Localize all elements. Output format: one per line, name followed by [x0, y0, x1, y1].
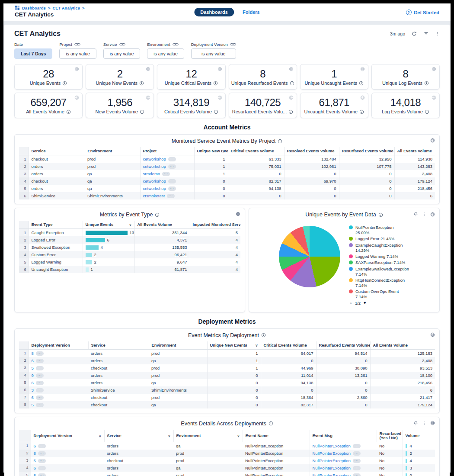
deployment-version-link[interactable]: 6	[32, 395, 34, 400]
table-row[interactable]: 85···checkoutqa082,3170179,124	[19, 401, 435, 408]
info-icon[interactable]	[214, 109, 218, 114]
info-icon[interactable]	[66, 109, 71, 114]
project-link[interactable]: ctsmoketest	[143, 193, 165, 198]
globe-icon[interactable]	[289, 67, 294, 71]
column-header-unique-events[interactable]: ∨Unique Events	[83, 221, 134, 229]
more-pill[interactable]: ···	[168, 187, 176, 191]
column-header-deployment-version[interactable]: ∧Deployment Version	[31, 430, 104, 442]
column-header-all-events-volume[interactable]: All Events Volume	[370, 341, 435, 350]
table-row[interactable]: 35···checkoutprodNullPointerExceptionNul…	[19, 457, 435, 464]
column-header-unique-new-events[interactable]: ∨Unique New Events	[207, 341, 261, 350]
kebab-menu-icon[interactable]	[422, 212, 426, 217]
project-link[interactable]: cetworkshop	[143, 157, 166, 161]
deployment-version-link[interactable]: 5	[34, 458, 36, 463]
table-row[interactable]: 26···ordersqa1003,408	[19, 357, 435, 364]
tab-folders[interactable]: Folders	[243, 10, 260, 15]
event-msg-link[interactable]: NullPointerException	[313, 458, 351, 463]
legend-item-custom-overops-event[interactable]: Custom OverOps Event 7.14%	[349, 289, 417, 299]
deployment-version-link[interactable]: 3	[32, 388, 34, 392]
column-header-unique-new-ever[interactable]: ∨Unique New Ever	[194, 147, 228, 155]
project-link[interactable]: cetworkshop	[143, 186, 166, 191]
kebab-menu-icon[interactable]	[422, 421, 426, 426]
more-pill[interactable]: ···	[353, 466, 361, 470]
column-header-resurfaced-events-volume[interactable]: Resurfaced Events Volume	[316, 341, 370, 350]
more-pill[interactable]: ···	[353, 444, 361, 448]
globe-icon[interactable]	[236, 212, 240, 216]
table-row[interactable]: 2Logged Error64,3714	[19, 236, 240, 244]
deployment-version-link[interactable]: 8	[34, 473, 36, 476]
filter-value-deployment-version[interactable]: is any value	[191, 48, 236, 59]
column-header-service[interactable]: Service	[88, 341, 149, 350]
more-pill[interactable]: ···	[38, 459, 46, 463]
globe-icon[interactable]	[360, 67, 365, 71]
more-pill[interactable]: ···	[353, 451, 361, 456]
globe-icon[interactable]	[360, 95, 365, 100]
column-header-deployment-version[interactable]: Deployment Version	[29, 341, 88, 350]
column-header-all-events-volume[interactable]: All Events Volume	[134, 221, 190, 229]
globe-icon[interactable]	[74, 67, 79, 71]
kebab-menu-icon[interactable]	[435, 31, 440, 36]
table-row[interactable]: 4checkoutqacetworkshop···082,31769,97001…	[19, 177, 435, 185]
table-row[interactable]: 1Caught Exception13351,3445	[19, 229, 240, 237]
more-pill[interactable]: ···	[36, 373, 44, 378]
project-link[interactable]: srmdemo	[143, 171, 160, 176]
globe-icon[interactable]	[430, 332, 435, 337]
deployment-version-link[interactable]: 8	[32, 351, 34, 356]
table-row[interactable]: 56···ordersqa094,1380218,456	[19, 379, 435, 386]
info-icon[interactable]	[290, 81, 294, 86]
more-pill[interactable]: ···	[162, 172, 170, 176]
info-icon[interactable]	[425, 109, 429, 114]
project-link[interactable]: cetworkshop	[143, 179, 166, 183]
table-row[interactable]: 49···ordersprod011,01413,26118,100	[19, 372, 435, 379]
column-header-resurfaced-events-volume[interactable]: Resurfaced Events Volume	[339, 147, 394, 155]
info-icon[interactable]	[424, 81, 429, 86]
get-started-link[interactable]: ? Get Started	[406, 10, 439, 15]
more-pill[interactable]: ···	[168, 179, 176, 183]
table-row[interactable]: 2ordersprodcetworkshop···175,031102,9611…	[19, 163, 435, 170]
more-pill[interactable]: ···	[36, 359, 44, 363]
table-row[interactable]: 76···checkoutprod018,3642,86021,417	[19, 394, 435, 401]
table-row[interactable]: 3Swallowed Exception4135,5534	[19, 244, 240, 251]
globe-icon[interactable]	[217, 95, 222, 100]
globe-icon[interactable]	[289, 95, 294, 100]
bell-icon[interactable]	[413, 421, 418, 426]
column-header-volume[interactable]: Volume	[403, 430, 435, 442]
globe-icon[interactable]	[74, 95, 79, 100]
pager-up-icon[interactable]: ▲	[349, 301, 353, 306]
column-header-resolved-events-volume[interactable]: Resolved Events Volume	[284, 147, 339, 155]
globe-icon[interactable]	[432, 67, 436, 71]
filter-value-environment[interactable]: is any value	[147, 48, 184, 59]
more-pill[interactable]: ···	[353, 459, 361, 463]
globe-icon[interactable]	[146, 67, 150, 71]
table-row[interactable]: 5ordersqacetworkshop···094,13800218,456	[19, 185, 435, 192]
deployment-version-link[interactable]: 5	[32, 366, 34, 370]
table-row[interactable]: 6Uncaught Exception161,8714	[19, 266, 240, 273]
info-icon[interactable]	[278, 139, 282, 144]
globe-icon[interactable]	[430, 212, 435, 217]
column-header-event-name[interactable]: Event Name	[243, 430, 310, 442]
table-row[interactable]: 46···ordersqaNullPointerExceptionNullPoi…	[19, 464, 435, 472]
table-row[interactable]: 35···checkoutprod144,96930,09093,513	[19, 364, 435, 372]
more-pill[interactable]: ···	[168, 164, 176, 169]
column-header-critical-events-volume[interactable]: Critical Events Volume	[228, 147, 284, 155]
table-row[interactable]: 5Logged Warning29,6474	[19, 258, 240, 266]
apps-grid-icon[interactable]	[15, 5, 20, 10]
more-pill[interactable]: ···	[36, 396, 44, 400]
deployment-version-link[interactable]: 6	[32, 380, 34, 385]
column-header-environment[interactable]: Environment	[85, 147, 140, 155]
breadcrumb-dashboards[interactable]: Dashboards	[22, 6, 46, 10]
refresh-icon[interactable]	[412, 31, 417, 36]
column-header-critical-events-volume[interactable]: Critical Events Volume	[261, 341, 316, 350]
more-pill[interactable]: ···	[36, 388, 44, 392]
more-pill[interactable]: ···	[36, 381, 44, 385]
info-icon[interactable]	[288, 109, 293, 114]
legend-item-exampleswallowedexception[interactable]: ExampleSwallowedException 7.14%	[349, 267, 417, 277]
info-icon[interactable]	[213, 81, 218, 86]
column-header-service[interactable]: ∨Service	[104, 430, 173, 442]
info-icon[interactable]	[261, 333, 266, 338]
column-header-event-msg[interactable]: Event Msg	[310, 430, 377, 442]
column-header-project[interactable]: Project	[140, 147, 194, 155]
deployment-version-link[interactable]: 6	[32, 358, 34, 363]
globe-icon[interactable]	[432, 95, 436, 100]
table-row[interactable]: 1checkoutprodcetworkshop···163,333132,48…	[19, 155, 435, 163]
